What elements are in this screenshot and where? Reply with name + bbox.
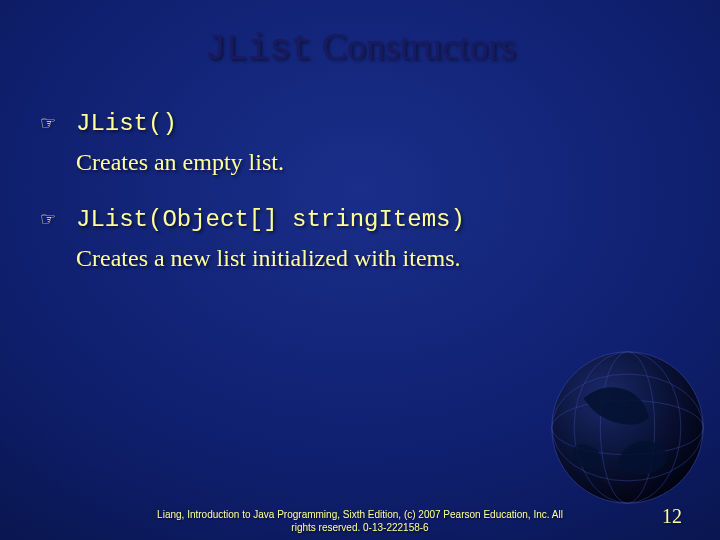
constructor-description: Creates a new list initialized with item… <box>76 245 680 272</box>
page-number: 12 <box>662 505 682 528</box>
svg-point-0 <box>552 352 703 503</box>
pointing-hand-icon: ☞ <box>40 210 58 228</box>
svg-point-1 <box>552 352 703 503</box>
title-text: Constructors <box>312 25 516 67</box>
footer-citation: Liang, Introduction to Java Programming,… <box>0 509 720 534</box>
bullet-item: ☞ JList() <box>40 110 680 137</box>
svg-point-5 <box>574 352 681 503</box>
bullet-item: ☞ JList(Object[] stringItems) <box>40 206 680 233</box>
svg-point-3 <box>552 374 703 481</box>
content-area: ☞ JList() Creates an empty list. ☞ JList… <box>0 110 720 272</box>
constructor-description: Creates an empty list. <box>76 149 680 176</box>
constructor-signature: JList() <box>76 110 177 137</box>
footer-line-1: Liang, Introduction to Java Programming,… <box>157 509 563 520</box>
slide-title: JList Constructors <box>0 24 720 70</box>
svg-point-2 <box>552 400 703 454</box>
globe-decoration-icon <box>545 345 710 510</box>
footer-line-2: rights reserved. 0-13-222158-6 <box>291 522 428 533</box>
constructor-signature: JList(Object[] stringItems) <box>76 206 465 233</box>
pointing-hand-icon: ☞ <box>40 114 58 132</box>
svg-point-4 <box>600 352 654 503</box>
title-code: JList <box>204 29 312 70</box>
